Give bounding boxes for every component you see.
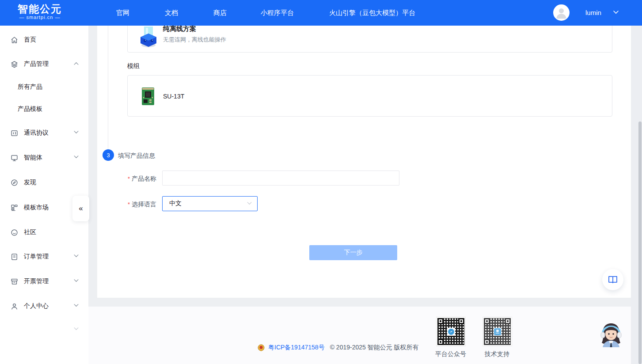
product-name-label: *产品名称 — [128, 175, 156, 183]
sidebar-item-all-products[interactable]: 所有产品 — [0, 78, 88, 96]
content-panel: 纯离线方案 无需连网，离线也能操作 模组 SU-13T 3 填写产品信息 *产品… — [97, 26, 631, 298]
chevron-down-icon — [74, 279, 79, 282]
layout-grid-icon — [11, 204, 18, 212]
sidebar-item-order-management[interactable]: 订单管理 — [0, 248, 88, 265]
footer: 粤ICP备19147158号 © 2019-2025 智能公元 版权所有 平台公… — [88, 307, 631, 364]
nav-official-site[interactable]: 官网 — [116, 0, 129, 26]
qr-code-tech-support — [483, 317, 512, 346]
step-3-label: 填写产品信息 — [118, 152, 155, 160]
police-badge-icon — [258, 344, 265, 352]
copyright-text: © 2019-2025 智能公元 版权所有 — [330, 344, 419, 352]
sidebar-item-label: 个人中心 — [24, 302, 49, 310]
user-menu-chevron-down-icon[interactable] — [613, 11, 619, 14]
offline-solution-card[interactable]: 纯离线方案 无需连网，离线也能操作 — [127, 26, 612, 53]
collapse-icon: « — [79, 204, 83, 213]
nav-store[interactable]: 商店 — [213, 0, 227, 26]
sidebar-subitem-label: 产品模板 — [18, 105, 42, 113]
sidebar-item-label: 模板市场 — [24, 204, 49, 212]
step-connector-line — [108, 26, 108, 149]
logo-subtitle: — smartpi.cn — — [18, 15, 62, 20]
qr-code-official-account — [437, 317, 465, 346]
qr2-label: 技术支持 — [477, 350, 517, 358]
next-step-button[interactable]: 下一步 — [309, 245, 397, 260]
language-select-value: 中文 — [169, 200, 182, 208]
sidebar-item-community[interactable]: 社区 — [0, 224, 88, 241]
chevron-down-icon — [74, 155, 79, 159]
home-icon — [11, 36, 18, 44]
sidebar-item-label: 发现 — [24, 178, 36, 186]
icp-link[interactable]: 粤ICP备19147158号 — [268, 344, 325, 352]
document-icon — [11, 253, 18, 261]
sidebar-item-label: 智能体 — [24, 154, 42, 162]
sidebar: 首页 产品管理 所有产品 产品模板 通讯协议 智能体 发现 模板市场 社区 订单… — [0, 26, 88, 364]
nav-docs[interactable]: 文档 — [165, 0, 178, 26]
scrollbar-track[interactable] — [631, 26, 642, 364]
sidebar-item-label: 产品管理 — [24, 60, 49, 68]
archive-box-icon — [11, 278, 18, 285]
open-book-icon — [608, 276, 618, 284]
footer-legal-row: 粤ICP备19147158号 © 2019-2025 智能公元 版权所有 — [258, 344, 419, 352]
module-name: SU-13T — [163, 93, 184, 100]
user-avatar[interactable] — [553, 4, 570, 21]
qr-center-logo — [447, 328, 455, 336]
sidebar-item-product-management[interactable]: 产品管理 — [0, 55, 88, 73]
sidebar-item-agent[interactable]: 智能体 — [0, 149, 88, 167]
documentation-fab-button[interactable] — [602, 269, 623, 290]
qr1-label: 平台公众号 — [431, 350, 471, 358]
module-card-su13t[interactable]: SU-13T — [127, 75, 612, 117]
sidebar-item-product-templates[interactable]: 产品模板 — [0, 100, 88, 118]
sidebar-item-personal-center[interactable]: 个人中心 — [0, 297, 88, 315]
select-chevron-down-icon — [247, 202, 252, 205]
required-asterisk: * — [128, 201, 130, 208]
sidebar-collapse-handle[interactable]: « — [72, 196, 89, 221]
smiley-icon — [11, 229, 18, 236]
chevron-down-icon — [74, 327, 79, 330]
sidebar-item-communication-protocol[interactable]: 通讯协议 — [0, 124, 88, 142]
person-icon — [554, 5, 569, 20]
username-label[interactable]: lumin — [585, 0, 601, 26]
user-icon — [11, 303, 18, 310]
layers-icon — [11, 61, 18, 68]
compass-icon — [11, 179, 18, 186]
chevron-down-icon — [74, 304, 79, 307]
product-name-input[interactable] — [162, 171, 399, 186]
nav-miniprogram-platform[interactable]: 小程序平台 — [261, 0, 294, 26]
language-select[interactable]: 中文 — [162, 196, 258, 211]
footer-divider-band — [88, 298, 631, 307]
sidebar-item-label: 首页 — [24, 36, 36, 44]
chevron-down-icon — [74, 254, 79, 258]
sidebar-item-label: 通讯协议 — [24, 129, 49, 137]
chevron-up-icon — [74, 62, 79, 65]
sidebar-item-home[interactable]: 首页 — [0, 31, 88, 49]
monitor-icon — [11, 154, 18, 162]
module-section-heading: 模组 — [127, 62, 140, 70]
sidebar-item-invoice-management[interactable]: 开票管理 — [0, 273, 88, 290]
logo[interactable]: 智能公元 — smartpi.cn — — [18, 3, 62, 20]
customer-service-mascot[interactable] — [597, 322, 625, 353]
pcb-module-image — [142, 87, 154, 105]
chevron-down-icon — [74, 131, 79, 134]
sidebar-item-label: 开票管理 — [24, 277, 49, 285]
logo-title: 智能公元 — [18, 3, 62, 15]
language-label: *选择语言 — [128, 201, 156, 209]
qr-center-logo — [494, 328, 501, 336]
offline-cube-icon — [139, 26, 158, 48]
step-number: 3 — [106, 152, 110, 159]
offline-card-description: 无需连网，离线也能操作 — [163, 36, 226, 44]
scrollbar-thumb[interactable] — [638, 121, 642, 364]
protocol-chip-icon — [11, 129, 18, 137]
sidebar-item-label: 社区 — [24, 228, 36, 236]
required-asterisk: * — [128, 175, 130, 182]
sidebar-item-discover[interactable]: 发现 — [0, 174, 88, 191]
top-navbar: 智能公元 — smartpi.cn — 官网 文档 商店 小程序平台 火山引擎（… — [0, 0, 642, 26]
step-3-badge: 3 — [103, 149, 114, 161]
sidebar-item-collapsed[interactable] — [0, 321, 88, 338]
offline-card-title: 纯离线方案 — [163, 26, 196, 33]
nav-volcengine-platform[interactable]: 火山引擎（豆包大模型）平台 — [329, 0, 415, 26]
sidebar-item-label: 订单管理 — [24, 253, 49, 261]
sidebar-subitem-label: 所有产品 — [18, 83, 42, 91]
